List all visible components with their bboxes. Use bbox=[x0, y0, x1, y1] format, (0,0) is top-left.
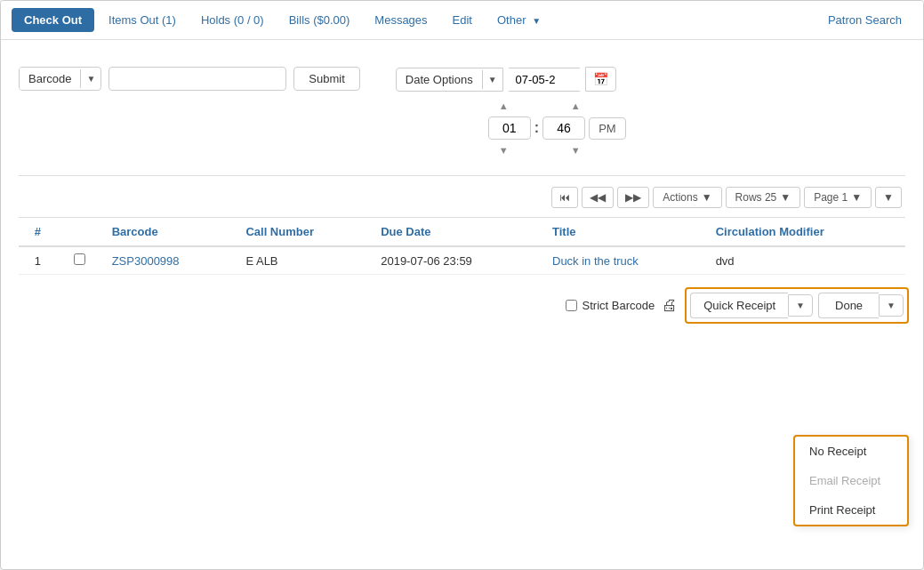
actions-label: Actions bbox=[663, 191, 697, 204]
barcode-input[interactable] bbox=[108, 67, 286, 91]
barcode-row: Barcode ▼ Submit bbox=[19, 67, 360, 91]
col-call-number: Call Number bbox=[237, 218, 372, 247]
pagination-row: ⏮ ◀◀ ▶▶ Actions ▼ Rows 25 ▼ Page 1 ▼ ▼ bbox=[19, 187, 905, 208]
holds-tab[interactable]: Holds (0 / 0) bbox=[190, 8, 275, 32]
actions-caret-icon: ▼ bbox=[702, 191, 712, 204]
strict-barcode-checkbox[interactable] bbox=[566, 300, 577, 311]
time-inputs-row: : PM bbox=[488, 116, 626, 140]
barcode-caret-icon[interactable]: ▼ bbox=[80, 69, 100, 88]
col-circ-modifier: Circulation Modifier bbox=[707, 218, 905, 247]
page-label: Page 1 bbox=[814, 191, 848, 204]
barcode-dropdown[interactable]: Barcode ▼ bbox=[19, 67, 101, 91]
minute-input[interactable] bbox=[542, 116, 585, 140]
bills-tab[interactable]: Bills ($0.00) bbox=[278, 8, 361, 32]
hour-input[interactable] bbox=[488, 116, 531, 140]
row-circ-modifier: dvd bbox=[707, 246, 905, 275]
items-table: # Barcode Call Number Due Date Title Cir… bbox=[19, 217, 905, 275]
prev-page-icon: ◀◀ bbox=[590, 191, 606, 204]
col-checkbox bbox=[57, 218, 103, 247]
main-content: Barcode ▼ Submit Date Options ▼ 📅 bbox=[1, 40, 923, 275]
other-menu[interactable]: Other ▼ bbox=[486, 8, 551, 32]
patron-search-btn[interactable]: Patron Search bbox=[817, 8, 912, 32]
barcode-link[interactable]: ZSP3000998 bbox=[112, 254, 180, 268]
first-page-button[interactable]: ⏮ bbox=[551, 187, 578, 208]
date-options-label[interactable]: Date Options bbox=[397, 68, 482, 91]
email-receipt-item[interactable]: Email Receipt bbox=[795, 466, 907, 495]
bottom-bar: Strict Barcode 🖨 Quick Receipt ▼ Done ▼ bbox=[1, 278, 923, 333]
quick-receipt-button[interactable]: Quick Receipt bbox=[690, 293, 788, 318]
checkout-tab[interactable]: Check Out bbox=[12, 8, 94, 32]
extra-options-button[interactable]: ▼ bbox=[875, 187, 902, 208]
ampm-button[interactable]: PM bbox=[589, 117, 626, 140]
date-options-section: Date Options ▼ 📅 ▲ ▲ bbox=[396, 67, 626, 157]
row-checkbox-cell[interactable] bbox=[57, 246, 103, 275]
table-row: 1 ZSP3000998 E ALB 2019-07-06 23:59 Duck… bbox=[19, 246, 905, 275]
done-button[interactable]: Done bbox=[818, 293, 879, 318]
printer-icon[interactable]: 🖨 bbox=[662, 296, 678, 315]
messages-tab[interactable]: Messages bbox=[364, 8, 438, 32]
top-navigation: Check Out Items Out (1) Holds (0 / 0) Bi… bbox=[1, 1, 923, 40]
rows-label: Rows 25 bbox=[735, 191, 777, 204]
col-num: # bbox=[19, 218, 57, 247]
done-group: Done ▼ bbox=[818, 293, 904, 318]
print-receipt-item[interactable]: Print Receipt bbox=[795, 495, 907, 525]
date-options-caret-icon[interactable]: ▼ bbox=[482, 70, 502, 89]
quick-receipt-caret-button[interactable]: ▼ bbox=[788, 294, 813, 317]
other-caret-icon: ▼ bbox=[532, 16, 541, 26]
submit-button[interactable]: Submit bbox=[293, 67, 359, 91]
time-up-arrows: ▲ ▲ bbox=[495, 99, 626, 113]
hour-up-button[interactable]: ▲ bbox=[495, 99, 512, 113]
time-down-arrows: ▼ ▼ bbox=[495, 143, 626, 157]
title-link[interactable]: Duck in the truck bbox=[552, 254, 639, 268]
date-options-row: Date Options ▼ 📅 bbox=[396, 67, 626, 92]
page-dropdown[interactable]: Page 1 ▼ bbox=[804, 187, 872, 208]
next-page-icon: ▶▶ bbox=[625, 191, 641, 204]
col-due-date: Due Date bbox=[372, 218, 543, 247]
receipt-dropdown-popup: No Receipt Email Receipt Print Receipt bbox=[793, 435, 909, 526]
row-checkbox[interactable] bbox=[74, 253, 85, 265]
row-barcode: ZSP3000998 bbox=[103, 246, 237, 275]
section-divider bbox=[19, 175, 905, 176]
row-due-date: 2019-07-06 23:59 bbox=[372, 246, 543, 275]
done-caret-button[interactable]: ▼ bbox=[879, 294, 904, 317]
col-barcode: Barcode bbox=[103, 218, 237, 247]
rows-dropdown[interactable]: Rows 25 ▼ bbox=[726, 187, 801, 208]
date-options-dropdown[interactable]: Date Options ▼ bbox=[396, 68, 503, 92]
table-header-row: # Barcode Call Number Due Date Title Cir… bbox=[19, 218, 905, 247]
minute-up-button[interactable]: ▲ bbox=[567, 99, 584, 113]
barcode-label[interactable]: Barcode bbox=[20, 68, 80, 90]
edit-tab[interactable]: Edit bbox=[442, 8, 483, 32]
strict-barcode-label: Strict Barcode bbox=[583, 299, 655, 312]
time-colon: : bbox=[534, 120, 539, 136]
quick-receipt-group: Quick Receipt ▼ bbox=[690, 293, 813, 318]
row-num: 1 bbox=[19, 246, 57, 275]
actions-dropdown[interactable]: Actions ▼ bbox=[653, 187, 721, 208]
calendar-icon: 📅 bbox=[593, 72, 608, 86]
first-page-icon: ⏮ bbox=[559, 191, 570, 204]
next-page-button[interactable]: ▶▶ bbox=[617, 187, 649, 208]
done-highlight-area: Quick Receipt ▼ Done ▼ bbox=[685, 287, 909, 324]
extra-options-caret-icon: ▼ bbox=[883, 191, 894, 204]
col-title: Title bbox=[543, 218, 707, 247]
date-input[interactable] bbox=[509, 68, 580, 92]
minute-down-button[interactable]: ▼ bbox=[567, 143, 584, 157]
row-title: Duck in the truck bbox=[543, 246, 707, 275]
prev-page-button[interactable]: ◀◀ bbox=[582, 187, 614, 208]
no-receipt-item[interactable]: No Receipt bbox=[795, 437, 907, 466]
row-call-number: E ALB bbox=[237, 246, 372, 275]
page-caret-icon: ▼ bbox=[851, 191, 862, 204]
time-picker: ▲ ▲ : PM ▼ ▼ bbox=[488, 99, 626, 157]
hour-down-button[interactable]: ▼ bbox=[495, 143, 512, 157]
calendar-button[interactable]: 📅 bbox=[585, 67, 616, 92]
items-out-tab[interactable]: Items Out (1) bbox=[98, 8, 187, 32]
rows-caret-icon: ▼ bbox=[780, 191, 791, 204]
strict-barcode-section: Strict Barcode bbox=[566, 299, 655, 312]
